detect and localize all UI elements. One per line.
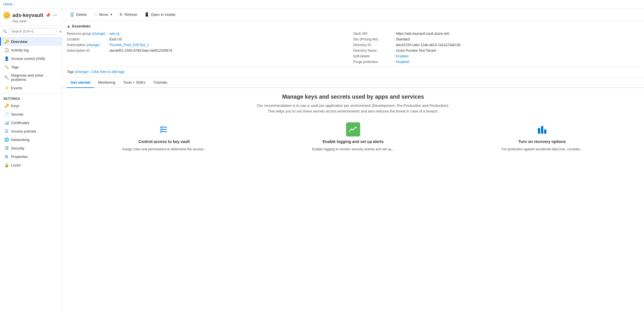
security-icon: 🛡️ (4, 146, 9, 150)
essentials-row-subscription: Subscription (change) : Purview_Prod_E2E… (67, 43, 353, 47)
sidebar-item-access-policies[interactable]: ☰ Access policies (0, 127, 62, 135)
essentials-right-col: Vault URI : https://ads-keyvault.vault.a… (353, 32, 639, 64)
sidebar-item-events[interactable]: ⚡ Events (0, 84, 62, 92)
essentials-row-sub-id: Subscription ID : abcdef01-2345-6789-0ab… (67, 49, 353, 53)
tab-monitoring[interactable]: Monitoring (94, 77, 119, 88)
enable-logging-desc: Enable logging to monitor security activ… (312, 147, 394, 152)
tags-value[interactable]: Click here to add tags (92, 70, 124, 74)
move-icon: → (94, 12, 98, 17)
enable-logging-title: Enable logging and set up alerts (323, 139, 383, 144)
tags-row: Tags (change) : Click here to add tags (67, 67, 639, 74)
recovery-title: Turn on recovery options (518, 139, 566, 144)
refresh-icon: ↻ (119, 12, 123, 17)
more-icon[interactable]: ··· (53, 13, 57, 18)
rg-label: Resource group (change) (67, 32, 106, 36)
subscription-value[interactable]: Purview_Prod_E2ETest_1 (110, 43, 149, 47)
sidebar-nav: 🔑 Overview 📋 Activity log 👤 Access contr… (0, 37, 62, 312)
delete-button[interactable]: 🗑️ Delete (67, 11, 90, 18)
sku-value: Standard (396, 37, 410, 41)
enable-logging-icon (346, 122, 360, 136)
refresh-button[interactable]: ↻ Refresh (117, 11, 140, 18)
key-vault-icon: 🔑 (3, 12, 10, 19)
sidebar-item-tags[interactable]: 🏷️ Tags (0, 63, 62, 71)
tabs-bar: Get started Monitoring Tools + SDKs Tuto… (62, 77, 644, 88)
sidebar-item-keys[interactable]: 🔑 Keys (0, 101, 62, 110)
tab-tools-sdks[interactable]: Tools + SDKs (119, 77, 149, 88)
recovery-icon (535, 122, 549, 136)
essentials-row-purge-protection: Purge protection : Disabled (353, 60, 639, 64)
delete-icon: 🗑️ (70, 12, 74, 17)
tab-get-started[interactable]: Get started (67, 77, 94, 88)
access-policies-icon: ☰ (4, 129, 9, 133)
sidebar-item-secrets[interactable]: 📄 Secrets (0, 110, 62, 118)
refresh-label: Refresh (124, 12, 138, 17)
rg-value[interactable]: ads-rg (110, 32, 119, 36)
certificates-icon: 📊 (4, 120, 9, 125)
directory-name-value: Azure Purview Test Tenant (396, 49, 436, 53)
sidebar-item-label: Security (11, 146, 24, 150)
features-grid: Control access to key vault Assign roles… (67, 122, 639, 152)
tags-change-link[interactable]: (change) (75, 70, 88, 74)
svg-rect-4 (538, 128, 540, 134)
svg-rect-5 (541, 126, 543, 134)
sidebar-item-label: Networking (11, 138, 29, 142)
resource-type: Key vault (3, 19, 59, 23)
sidebar-item-label: Tags (11, 65, 19, 69)
vault-uri-label: Vault URI (353, 32, 393, 36)
subscription-change-link[interactable]: (change) (86, 43, 100, 47)
open-mobile-button[interactable]: 📱 Open in mobile (141, 11, 178, 18)
sidebar-item-activity-log[interactable]: 📋 Activity log (0, 46, 62, 54)
networking-icon: 🌐 (4, 137, 9, 142)
access-control-icon: 👤 (4, 56, 9, 61)
feature-card-enable-logging: Enable logging and set up alerts Enable … (261, 122, 445, 152)
directory-name-label: Directory Name (353, 49, 393, 53)
sidebar-item-label: Locks (11, 163, 21, 167)
sidebar-item-properties[interactable]: ⊞ Properties (0, 152, 62, 161)
pin-icon[interactable]: 📌 (46, 13, 50, 18)
sidebar-item-networking[interactable]: 🌐 Networking (0, 135, 62, 144)
move-button[interactable]: → Move ▼ (91, 11, 116, 18)
sidebar-item-label: Keys (11, 104, 19, 108)
events-icon: ⚡ (4, 86, 9, 90)
purge-protection-value[interactable]: Disabled (396, 60, 409, 64)
sidebar-item-label: Certificates (11, 121, 29, 125)
locks-icon: 🔒 (4, 163, 9, 167)
search-input[interactable] (9, 28, 56, 35)
sidebar-header: 🔑 ads-keyvault 📌 ··· Key vault (0, 8, 62, 26)
tab-content-title: Manage keys and secrets used by apps and… (67, 94, 639, 100)
vault-uri-value: https://ads-keyvault.vault.azure.net/ (396, 32, 449, 36)
resource-name: ads-keyvault (12, 12, 43, 18)
mobile-icon: 📱 (144, 12, 149, 17)
sku-label: Sku (Pricing tier) (353, 37, 393, 41)
secrets-icon: 📄 (4, 112, 9, 116)
rg-change-link[interactable]: (change) (92, 32, 105, 36)
feature-card-recovery: Turn on recovery options For protection … (450, 122, 634, 152)
essentials-header[interactable]: ▲ Essentials (67, 24, 639, 28)
sidebar-item-security[interactable]: 🛡️ Security (0, 144, 62, 152)
essentials-row-soft-delete: Soft-delete : Enabled (353, 54, 639, 58)
sidebar-item-diagnose[interactable]: 🔧 Diagnose and solve problems (0, 71, 62, 84)
sidebar-item-certificates[interactable]: 📊 Certificates (0, 118, 62, 127)
essentials-row-location: Location : East US (67, 37, 353, 41)
essentials-chevron-icon: ▲ (67, 24, 70, 28)
search-box: 🔍 « (0, 26, 62, 37)
collapse-sidebar-button[interactable]: « (58, 28, 62, 34)
activity-log-icon: 📋 (4, 48, 9, 52)
directory-id-value: abcd1234-1abc-12ab-ab13-1a1a123ab12b (396, 43, 460, 47)
sidebar-item-overview[interactable]: 🔑 Overview (0, 37, 62, 46)
sidebar-item-access-control[interactable]: 👤 Access control (IAM) (0, 54, 62, 63)
essentials-row-vault-uri: Vault URI : https://ads-keyvault.vault.a… (353, 32, 639, 36)
open-mobile-label: Open in mobile (151, 12, 175, 17)
breadcrumb-home[interactable]: Home (3, 2, 12, 6)
soft-delete-value[interactable]: Enabled (396, 54, 408, 58)
essentials-row-rg: Resource group (change) : ads-rg (67, 32, 353, 36)
tab-tutorials[interactable]: Tutorials (149, 77, 171, 88)
tags-label: Tags (67, 70, 74, 74)
sidebar-item-label: Access control (IAM) (11, 57, 45, 61)
sidebar-item-label: Diagnose and solve problems (11, 73, 59, 82)
tab-content-description: Our recommendation is to use a vault per… (257, 103, 449, 114)
breadcrumb: Home › (3, 2, 15, 6)
sidebar-item-locks[interactable]: 🔒 Locks (0, 161, 62, 169)
toolbar: 🗑️ Delete → Move ▼ ↻ Refresh 📱 Open in m… (62, 8, 644, 21)
sidebar-item-label: Access policies (11, 129, 36, 133)
